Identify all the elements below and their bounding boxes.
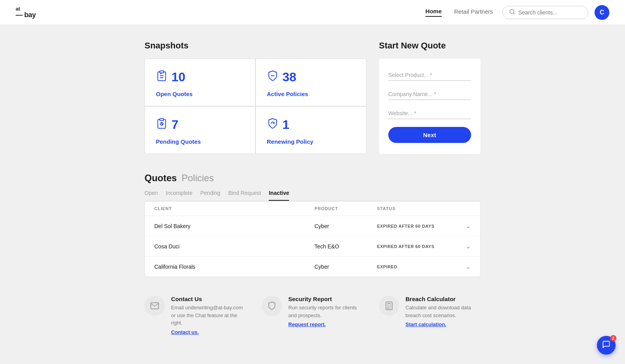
policies-title[interactable]: Policies: [182, 173, 214, 184]
product-name: Cyber: [314, 223, 377, 229]
shield-renew-icon: [267, 118, 279, 132]
footer-cards: Contact Us Email underwriting@at-bay.com…: [145, 296, 480, 335]
logo-bottom: — bay: [16, 11, 36, 18]
main-content: Snapshots 10 Open Quote: [145, 25, 480, 359]
footer-breach-calculator: Breach Calculator Calculate and download…: [379, 296, 480, 335]
svg-rect-7: [160, 119, 164, 121]
active-policies-count: 38: [282, 70, 296, 84]
footer-breach-content: Breach Calculator Calculate and download…: [405, 296, 480, 328]
top-row: Snapshots 10 Open Quote: [145, 41, 480, 154]
nav-link-retail-partners[interactable]: Retail Partners: [454, 8, 493, 16]
snapshot-icon-num-renewing: 1: [267, 118, 355, 132]
table-row[interactable]: Cosa Duci Tech E&O EXPIRED AFTER 60 DAYS…: [145, 236, 480, 257]
contact-icon: [145, 296, 165, 316]
quotes-title[interactable]: Quotes: [145, 173, 177, 184]
footer-contact-link[interactable]: Contact us.: [171, 329, 199, 335]
client-name: Cosa Duci: [154, 243, 314, 250]
footer-contact-content: Contact Us Email underwriting@at-bay.com…: [171, 296, 246, 335]
tab-incomplete[interactable]: Incomplete: [166, 190, 192, 201]
quote-section: Start New Quote Next: [379, 41, 480, 154]
product-name: Cyber: [314, 264, 377, 270]
chevron-down-icon[interactable]: ⌄: [455, 222, 471, 230]
table-row[interactable]: California Florals Cyber EXPIRED ⌄: [145, 257, 480, 277]
quote-card: Next: [379, 59, 480, 154]
snapshot-open-quotes[interactable]: 10 Open Quotes: [145, 59, 255, 106]
tab-pending[interactable]: Pending: [200, 190, 220, 201]
clipboard-icon: [156, 70, 168, 84]
footer-contact-desc: Email underwriting@at-bay.com or use the…: [171, 304, 246, 327]
quote-title: Start New Quote: [379, 41, 480, 51]
nav-link-home[interactable]: Home: [425, 8, 442, 17]
col-client: CLIENT: [154, 206, 314, 211]
open-quotes-label: Open Quotes: [156, 91, 244, 97]
clipboard-pending-icon: [156, 118, 168, 132]
svg-line-1: [513, 13, 514, 14]
snapshot-icon-num-pending: 7: [156, 118, 244, 132]
product-name: Tech E&O: [314, 243, 377, 250]
nav-links: Home Retail Partners: [425, 8, 493, 17]
chat-bubble[interactable]: 2: [597, 336, 616, 355]
snapshot-renewing-policy[interactable]: 1 Renewing Policy: [256, 107, 366, 153]
search-bar[interactable]: [502, 6, 588, 19]
tab-bind-request[interactable]: Bind Request: [228, 190, 261, 201]
col-product: PRODUCT: [314, 206, 377, 211]
client-name: Del Sol Bakery: [154, 223, 314, 229]
shield-icon: [267, 70, 279, 84]
navbar: at — bay Home Retail Partners C: [0, 0, 625, 25]
company-name-input[interactable]: [388, 89, 471, 100]
product-select[interactable]: [388, 70, 471, 81]
svg-rect-2: [160, 71, 164, 73]
calculator-icon: [379, 296, 399, 316]
footer-breach-link[interactable]: Start calculation.: [405, 321, 446, 327]
renewing-policy-count: 1: [282, 118, 289, 132]
quotes-table: CLIENT PRODUCT STATUS Del Sol Bakery Cyb…: [145, 201, 480, 277]
snapshots-section: Snapshots 10 Open Quote: [145, 41, 366, 154]
quotes-policies-section: Quotes Policies Open Incomplete Pending …: [145, 173, 480, 277]
table-header: CLIENT PRODUCT STATUS: [145, 202, 480, 216]
snapshot-active-policies[interactable]: 38 Active Policies: [256, 59, 366, 106]
security-icon: [262, 296, 282, 316]
footer-breach-title: Breach Calculator: [405, 296, 480, 302]
user-avatar[interactable]: C: [595, 5, 609, 20]
svg-line-10: [162, 124, 162, 125]
footer-contact-us: Contact Us Email underwriting@at-bay.com…: [145, 296, 246, 335]
tab-inactive[interactable]: Inactive: [269, 190, 289, 201]
logo[interactable]: at — bay: [16, 6, 36, 18]
col-status: STATUS: [377, 206, 455, 211]
next-button[interactable]: Next: [388, 127, 471, 143]
client-name: California Florals: [154, 264, 314, 270]
pending-quotes-count: 7: [171, 118, 179, 132]
renewing-policy-label: Renewing Policy: [267, 138, 355, 145]
website-input[interactable]: [388, 108, 471, 119]
col-action: [455, 206, 471, 211]
search-input[interactable]: [518, 9, 582, 16]
chat-badge: 2: [610, 335, 616, 341]
pending-quotes-label: Pending Quotes: [156, 138, 244, 145]
footer-security-content: Security Report Run security reports for…: [288, 296, 363, 328]
open-quotes-count: 10: [171, 70, 186, 84]
footer-security-report: Security Report Run security reports for…: [262, 296, 363, 335]
tab-open[interactable]: Open: [145, 190, 158, 201]
snapshot-icon-num-open: 10: [156, 70, 244, 84]
active-policies-label: Active Policies: [267, 91, 355, 97]
status-badge: EXPIRED AFTER 60 DAYS: [377, 224, 455, 228]
qp-tabs: Open Incomplete Pending Bind Request Ina…: [145, 190, 480, 201]
status-badge: EXPIRED: [377, 264, 455, 269]
snapshots-title: Snapshots: [145, 41, 366, 51]
snapshot-icon-num-active: 38: [267, 70, 355, 84]
table-row[interactable]: Del Sol Bakery Cyber EXPIRED AFTER 60 DA…: [145, 216, 480, 236]
chat-icon: [602, 340, 611, 351]
chevron-down-icon[interactable]: ⌄: [455, 263, 471, 270]
qp-header: Quotes Policies: [145, 173, 480, 184]
footer-security-desc: Run security reports for clients and pro…: [288, 304, 363, 319]
chevron-down-icon[interactable]: ⌄: [455, 243, 471, 250]
footer-security-link[interactable]: Request report.: [288, 321, 326, 327]
status-badge: EXPIRED AFTER 60 DAYS: [377, 244, 455, 249]
snapshot-pending-quotes[interactable]: 7 Pending Quotes: [145, 107, 255, 153]
footer-contact-title: Contact Us: [171, 296, 246, 302]
footer-breach-desc: Calculate and download data breach cost …: [405, 304, 480, 319]
footer-security-title: Security Report: [288, 296, 363, 302]
snapshot-grid: 10 Open Quotes 38: [145, 59, 366, 154]
search-icon: [509, 9, 515, 16]
